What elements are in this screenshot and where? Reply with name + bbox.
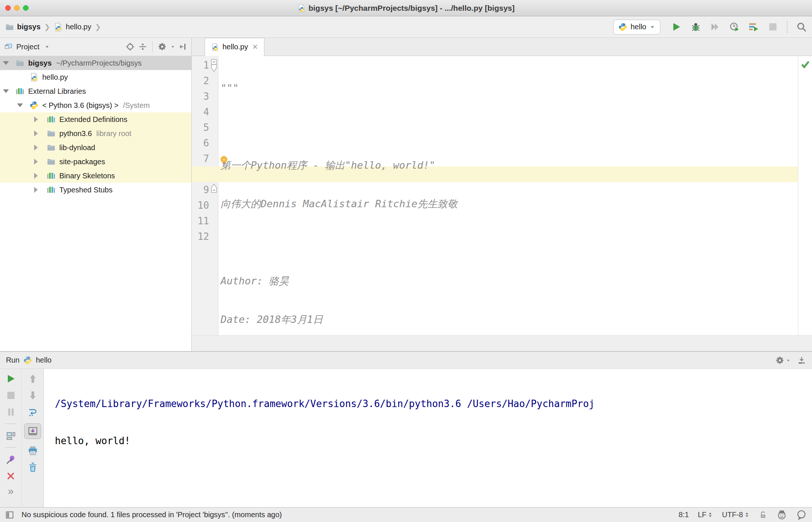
chevron-collapsed-icon[interactable]: [34, 145, 47, 151]
tree-item-site-packages[interactable]: site-packages: [0, 155, 191, 169]
tree-item-extended-definitions[interactable]: Extended Definitions: [0, 112, 191, 126]
run-toolbar-secondary: [22, 369, 44, 507]
profiler-button[interactable]: [729, 22, 740, 32]
code-line-7[interactable]: Date: 2018年3月1日: [221, 312, 798, 327]
run-with-coverage-button[interactable]: [710, 22, 720, 32]
hide-panel-icon[interactable]: [179, 42, 188, 51]
collapse-all-icon[interactable]: [138, 42, 147, 51]
chevron-expanded-icon[interactable]: [3, 89, 16, 93]
clear-all-button[interactable]: [26, 462, 39, 472]
tree-item-external-libraries[interactable]: External Libraries: [0, 84, 191, 98]
encoding-widget[interactable]: UTF-8: [722, 511, 750, 519]
chevron-down-icon: [786, 358, 790, 363]
soft-wrap-button[interactable]: [26, 407, 39, 417]
code-line-1[interactable]: """: [221, 80, 798, 96]
status-bar: No suspicious code found. 1 files proces…: [0, 507, 812, 522]
chevron-down-icon[interactable]: [44, 44, 50, 49]
chevron-expanded-icon[interactable]: [3, 61, 16, 65]
restore-layout-button[interactable]: [4, 430, 17, 441]
python-file-icon: [30, 73, 39, 82]
pin-tab-button[interactable]: [4, 454, 17, 465]
more-actions-button[interactable]: »: [8, 488, 14, 495]
lock-open-icon[interactable]: [759, 511, 768, 519]
breadcrumb-project[interactable]: bigsys: [17, 23, 40, 31]
tree-item-python-3-6[interactable]: < Python 3.6 (bigsys) > /System: [0, 98, 191, 112]
library-icon: [47, 185, 56, 194]
editor-tab-bar: hello.py ✕: [192, 38, 812, 56]
print-button[interactable]: [26, 445, 39, 456]
line-separator-widget[interactable]: LF: [698, 511, 713, 519]
tree-item-typeshed-stubs[interactable]: Typeshed Stubs: [0, 183, 191, 197]
settings-gear-icon[interactable]: [158, 42, 167, 51]
up-stacktrace-button[interactable]: [26, 373, 39, 384]
editor[interactable]: 1 2 3 4 5 6 7 8 9 10 11 12: [192, 56, 812, 335]
library-icon: [47, 171, 56, 180]
hector-inspector-icon[interactable]: [776, 509, 787, 520]
code-area[interactable]: """ 第一个Python程序 - 输出"hello, world!" 向伟大的…: [218, 56, 798, 335]
down-stacktrace-button[interactable]: [26, 390, 39, 400]
intention-lightbulb-icon[interactable]: [219, 155, 229, 166]
code-line-4[interactable]: 向伟大的Dennis MacAlistair Ritchie先生致敬: [221, 196, 798, 212]
chevron-collapsed-icon[interactable]: [34, 130, 47, 136]
toolbar-separator: [787, 21, 788, 33]
run-configuration-select[interactable]: hello: [613, 20, 660, 34]
close-icon[interactable]: ✕: [252, 43, 258, 51]
run-panel-title[interactable]: Run: [6, 356, 20, 364]
run-toolbar-primary: »: [0, 369, 22, 507]
concurrency-diagram-button[interactable]: [748, 22, 759, 32]
project-panel-title[interactable]: Project: [16, 43, 39, 51]
event-log-bubble-icon[interactable]: [796, 509, 807, 520]
code-line-6[interactable]: Author: 骆昊: [221, 273, 798, 289]
stop-button[interactable]: [4, 390, 17, 400]
tab-label: hello.py: [222, 43, 248, 51]
chevron-down-icon: [171, 44, 175, 49]
caret-position-widget[interactable]: 8:1: [679, 511, 689, 519]
python-icon: [618, 23, 627, 32]
debug-button[interactable]: [690, 22, 701, 32]
tree-item-python3-6-library-root[interactable]: python3.6 library root: [0, 126, 191, 141]
toolbar-separator: [5, 423, 16, 424]
locate-file-icon[interactable]: [126, 42, 135, 51]
inspection-strip[interactable]: [798, 56, 812, 335]
chevron-collapsed-icon[interactable]: [34, 116, 47, 122]
sort-arrows-icon: [707, 512, 713, 518]
tree-item-binary-skeletons[interactable]: Binary Skeletons: [0, 169, 191, 183]
tree-item-lib-dynload[interactable]: lib-dynload: [0, 141, 191, 155]
fold-region-end-icon[interactable]: [210, 184, 218, 193]
chevron-collapsed-icon[interactable]: [34, 187, 47, 193]
settings-gear-icon[interactable]: [776, 356, 785, 365]
tab-hello-py[interactable]: hello.py ✕: [205, 38, 264, 56]
dock-pinned-mode-icon[interactable]: [797, 356, 806, 365]
run-configuration-label: hello: [631, 23, 646, 31]
tree-item-bigsys[interactable]: bigsys ~/PycharmProjects/bigsys: [0, 56, 191, 70]
run-button[interactable]: [671, 22, 682, 32]
library-icon: [47, 115, 56, 124]
editor-horizontal-scrollbar[interactable]: [192, 335, 812, 351]
zoom-window-button[interactable]: [23, 5, 29, 11]
tree-item-hello-py[interactable]: hello.py: [0, 70, 191, 84]
breadcrumb-file[interactable]: hello.py: [66, 23, 91, 31]
run-config-name[interactable]: hello: [36, 356, 52, 364]
editor-gutter: 1 2 3 4 5 6 7 8 9 10 11 12: [192, 56, 218, 335]
stop-button[interactable]: [768, 22, 778, 32]
fold-region-start-icon[interactable]: [210, 59, 218, 72]
chevron-expanded-icon[interactable]: [17, 103, 30, 107]
close-window-button[interactable]: [5, 5, 11, 11]
folder-icon: [47, 143, 56, 152]
code-line-5[interactable]: [221, 235, 798, 250]
search-everywhere-icon[interactable]: [796, 22, 807, 32]
run-console[interactable]: /System/Library/Frameworks/Python.framew…: [44, 369, 812, 507]
code-line-3[interactable]: 第一个Python程序 - 输出"hello, world!": [221, 158, 798, 173]
minimize-window-button[interactable]: [14, 5, 20, 11]
pause-output-button[interactable]: [4, 407, 17, 417]
rerun-button[interactable]: [4, 373, 17, 384]
scroll-to-end-button[interactable]: [24, 423, 41, 439]
close-panel-button[interactable]: [4, 471, 17, 481]
chevron-collapsed-icon[interactable]: [34, 159, 47, 165]
code-line-2[interactable]: [221, 119, 798, 135]
inspections-ok-check-icon[interactable]: [800, 59, 811, 69]
console-line: [55, 470, 812, 485]
project-tree[interactable]: bigsys ~/PycharmProjects/bigsys hello.py…: [0, 56, 191, 351]
toolwindow-toggle-icon[interactable]: [5, 511, 14, 519]
chevron-collapsed-icon[interactable]: [34, 173, 47, 179]
